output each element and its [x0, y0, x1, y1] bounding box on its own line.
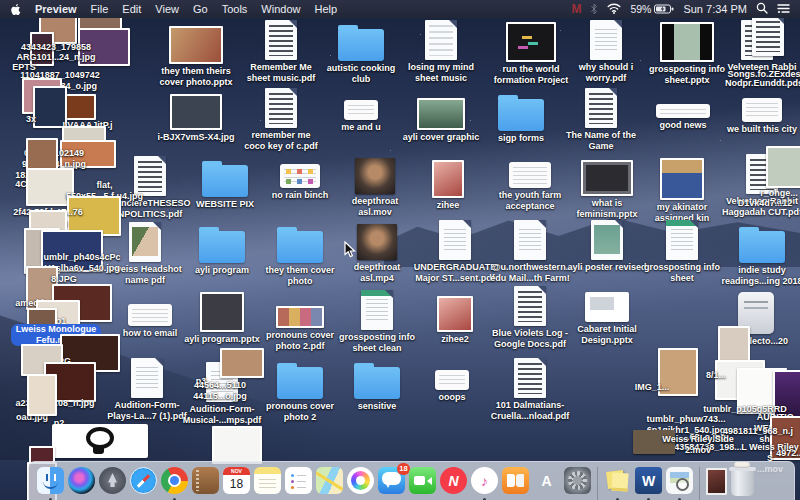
sheet-music-glyph	[514, 286, 546, 326]
blue-violets-log[interactable]: Blue Violets Log - Google Docs.pdf	[488, 286, 572, 350]
sigp-forms-folder[interactable]: sigp forms	[479, 94, 563, 144]
zihee[interactable]: zihee	[406, 160, 490, 211]
label-4981811[interactable]: 4981811_968_n.j	[712, 424, 800, 437]
dock-word-icon[interactable]: W	[635, 467, 662, 494]
label-nodpr-overlap[interactable]: Nodpr.Eunddt.pds	[714, 76, 800, 89]
my-akinator-assigned-kin[interactable]: my akinator assigned kin	[640, 158, 724, 224]
101-dalmatians-cruella[interactable]: 101 Dalmatians- Cruella...nload.pdf	[488, 358, 572, 422]
dock-itunes-icon[interactable]: ♪	[471, 467, 498, 494]
menu-help[interactable]: Help	[314, 3, 337, 15]
apple-menu-icon[interactable]	[10, 3, 21, 16]
clutter-face-photo[interactable]	[200, 348, 284, 378]
menu-go[interactable]: Go	[193, 3, 208, 15]
dock-photos-icon[interactable]	[347, 467, 374, 494]
ooops[interactable]: ooops	[410, 370, 494, 403]
dock-maps-icon[interactable]	[316, 467, 343, 494]
dock-contacts-icon[interactable]	[192, 467, 219, 494]
zihee2[interactable]: zihee2	[413, 296, 497, 345]
video-thumbnail-glyph	[357, 224, 397, 260]
dock-preview-icon[interactable]	[666, 467, 693, 494]
deepthroat-asl-mov[interactable]: deepthroat asl.mov	[333, 158, 417, 218]
dock-news-icon[interactable]: N	[440, 467, 467, 494]
label-3x-label: 3x	[26, 114, 36, 125]
the-youth-farm-acceptance[interactable]: the youth farm acceptance	[488, 162, 572, 212]
battery-indicator[interactable]: 59%	[630, 3, 674, 15]
desktop-icons: they them theirs cover photo.pptxRemembe…	[0, 0, 800, 500]
cabaret-initial-design-label: Cabaret Initial Design.pptx	[577, 324, 637, 346]
pronouns-cover-photo-2-pdf[interactable]: pronouns cover photo 2.pdf	[258, 306, 342, 352]
me-and-u[interactable]: me and u	[319, 100, 403, 133]
ayli-program-pptx[interactable]: ayli program.pptx	[180, 292, 264, 345]
website-pix-folder[interactable]: WEBSITE PIX	[183, 160, 267, 210]
remember-me-sheet-music[interactable]: Remember Me sheet music.pdf	[239, 20, 323, 84]
text-card-glyph	[435, 370, 469, 390]
they-them-theirs-cover-photo[interactable]: they them theirs cover photo.pptx	[154, 26, 238, 88]
indie-study-readings-folder[interactable]: indie study readings...ing 2018	[720, 226, 800, 287]
wifi-icon[interactable]	[607, 3, 621, 16]
velveteen-rabbi-stack[interactable]: Velveteen Rabbi	[720, 16, 800, 73]
menu-window[interactable]: Window	[261, 3, 300, 15]
clutter-corner-photo[interactable]	[786, 436, 800, 464]
why-should-i-worry[interactable]: why should i worry.pdf	[564, 20, 648, 84]
document-glyph	[514, 220, 546, 260]
northwestern-mail[interactable]: @u.northwestern. edu Mail...th Farm!	[488, 220, 572, 284]
no-rain-binch[interactable]: no rain binch	[258, 164, 342, 201]
northwestern-mail-label: @u.northwestern. edu Mail...th Farm!	[490, 262, 570, 284]
sensitive-folder[interactable]: sensitive	[335, 362, 419, 412]
ayli-poster-revised[interactable]: ayli poster revised	[565, 220, 649, 273]
what-is-feminism-pptx[interactable]: what is feminism.pptx	[565, 160, 649, 220]
m-status-icon[interactable]: M	[571, 2, 581, 16]
menu-view[interactable]: View	[155, 3, 179, 15]
spotlight-search-icon[interactable]	[756, 2, 768, 16]
image-thumbnail-glyph	[581, 160, 633, 196]
folder-glyph	[739, 231, 785, 263]
remember-me-coco-key[interactable]: remember me coco key of c.pdf	[239, 88, 323, 152]
dock-books-icon[interactable]	[502, 467, 529, 494]
label-d1vk4d7[interactable]: D1vk4d7...12	[724, 196, 800, 209]
clutter-edge-photo-a[interactable]	[780, 306, 800, 352]
menu-tools[interactable]: Tools	[222, 3, 248, 15]
clutter-flyer-b[interactable]	[0, 374, 84, 416]
dock-system-preferences-icon[interactable]	[564, 467, 591, 494]
label-8-1[interactable]: 8/1...	[696, 368, 736, 381]
dock-siri-icon[interactable]	[68, 467, 95, 494]
grossposting-info-sheet-clean[interactable]: grossposting info sheet clean	[335, 290, 419, 354]
bluetooth-icon[interactable]	[590, 3, 598, 15]
i-bjx7vms-x4[interactable]: i-BJX7vmS-X4.jpg	[154, 94, 238, 143]
menu-bar-clock[interactable]: Sun 7:34 PM	[683, 3, 747, 15]
dock-calendar-icon[interactable]: NOV18	[223, 467, 250, 494]
dock-facetime-icon[interactable]	[409, 467, 436, 494]
losing-my-mind-sheet-music-label: losing my mind sheet music	[408, 62, 474, 84]
clutter-white-doc[interactable]	[195, 426, 279, 464]
the-name-of-the-game[interactable]: The Name of the Game	[559, 88, 643, 152]
ayli-cover-graphic[interactable]: ayli cover graphic	[399, 98, 483, 143]
they-them-cover-photo-folder[interactable]: they them cover photo	[258, 226, 342, 287]
dock-messages-icon[interactable]: 18	[378, 467, 405, 494]
dock-finder-icon[interactable]	[37, 467, 64, 494]
ayli-program-folder[interactable]: ayli program	[180, 226, 264, 276]
dock-notes-icon[interactable]	[254, 467, 281, 494]
dock-safari-icon[interactable]	[130, 467, 157, 494]
run-the-world-formation-project[interactable]: run the world formation Project	[489, 22, 573, 86]
dock-appstore-icon[interactable]: A	[533, 467, 560, 494]
dock-reminders-icon[interactable]	[285, 467, 312, 494]
good-news[interactable]: good news	[641, 104, 725, 131]
run-the-world-formation-project-label: run the world formation Project	[494, 64, 569, 86]
undergraduate-major-st[interactable]: UNDERGRADUATE Major ST...sent.pdf	[413, 220, 497, 284]
autistic-cooking-club-folder[interactable]: autistic cooking club	[319, 24, 403, 85]
dock-stickies-icon[interactable]	[604, 467, 631, 494]
label-44564[interactable]: 44564...5110 44115...o.jpg	[168, 378, 272, 402]
dock-launchpad-icon[interactable]	[99, 467, 126, 494]
clutter-pink-photo[interactable]	[776, 120, 800, 154]
grossposting-info-sheet[interactable]: grossposting info sheet	[640, 220, 724, 284]
losing-my-mind-sheet-music[interactable]: losing my mind sheet music	[399, 20, 483, 84]
dock-trash-icon[interactable]	[731, 468, 754, 496]
dock-image-file-icon[interactable]	[706, 468, 727, 495]
dock-chrome-icon[interactable]	[161, 467, 188, 494]
cabaret-initial-design[interactable]: Cabaret Initial Design.pptx	[565, 292, 649, 346]
menu-file[interactable]: File	[91, 3, 109, 15]
menu-edit[interactable]: Edit	[122, 3, 141, 15]
label-img-1[interactable]: IMG_1...	[622, 380, 682, 393]
notification-center-icon[interactable]	[777, 3, 790, 16]
active-app-name[interactable]: Preview	[35, 3, 77, 15]
